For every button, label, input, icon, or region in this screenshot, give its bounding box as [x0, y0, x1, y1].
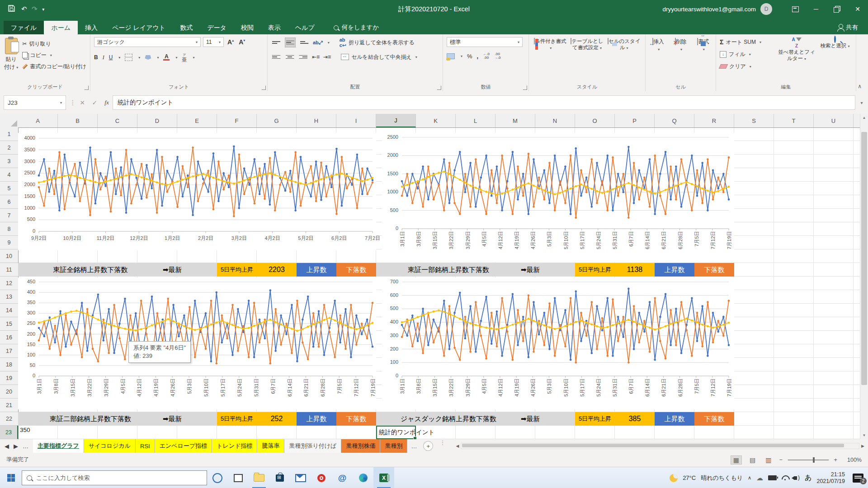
align-bottom-button[interactable]: [299, 38, 309, 47]
row-header-13[interactable]: 13: [0, 290, 18, 304]
bold-button[interactable]: B: [94, 54, 98, 61]
paste-button[interactable]: 貼り付け▾: [4, 37, 19, 82]
column-header-R[interactable]: R: [694, 114, 734, 127]
insert-function-icon[interactable]: fx: [104, 99, 109, 106]
onedrive-icon[interactable]: ☁: [756, 474, 763, 482]
font-name-select[interactable]: 游ゴシック▾: [94, 37, 201, 47]
cell-a23[interactable]: 350: [20, 427, 30, 433]
minimize-button[interactable]: ─: [806, 0, 826, 18]
column-header-E[interactable]: E: [177, 114, 217, 127]
font-dialog-launcher[interactable]: [262, 86, 266, 90]
column-header-F[interactable]: F: [217, 114, 257, 127]
grow-font-button[interactable]: A▴: [227, 38, 234, 46]
row-header-15[interactable]: 15: [0, 317, 18, 331]
currency-icon[interactable]: [447, 53, 455, 59]
row-header-19[interactable]: 19: [0, 371, 18, 385]
selected-cell-j23[interactable]: 統計的ワンポイント: [376, 426, 416, 439]
ime-indicator[interactable]: あ: [805, 474, 811, 482]
row-header-14[interactable]: 14: [0, 304, 18, 317]
sheet-tab-トレンド指標[interactable]: トレンド指標: [212, 439, 257, 453]
ribbon-display-options-button[interactable]: [785, 0, 806, 18]
column-header-Q[interactable]: Q: [655, 114, 694, 127]
sheet-tab-業種別株価[interactable]: 業種別株価: [341, 439, 380, 453]
chart-tosho-first[interactable]: 050010001500200025003月1日3月8日3月15日3月22日3月…: [382, 133, 734, 262]
number-dialog-launcher[interactable]: [523, 86, 527, 90]
align-center-button[interactable]: [285, 52, 295, 61]
weather-text[interactable]: 晴れのちくもり: [701, 474, 743, 482]
sheet-tab-主要指標グラフ[interactable]: 主要指標グラフ: [33, 439, 84, 453]
edge-button[interactable]: [353, 467, 373, 488]
sheet-tab-サイコロジカル[interactable]: サイコロジカル: [84, 439, 136, 453]
at-app-button[interactable]: @: [332, 467, 353, 488]
row-header-2[interactable]: 2: [0, 141, 18, 155]
row-header-22[interactable]: 22: [0, 412, 18, 426]
column-header-U[interactable]: U: [814, 114, 854, 127]
sheet-tab-業種別[interactable]: 業種別: [380, 439, 407, 453]
scroll-right-icon[interactable]: ▶: [859, 444, 866, 448]
store-button[interactable]: [269, 467, 290, 488]
cortana-button[interactable]: [207, 467, 228, 488]
scroll-down-icon[interactable]: ▼: [860, 432, 868, 439]
column-header-H[interactable]: H: [297, 114, 336, 127]
row-header-17[interactable]: 17: [0, 344, 18, 358]
row-header-12[interactable]: 12: [0, 277, 18, 290]
clear-button[interactable]: クリア▾: [720, 61, 773, 71]
weather-icon[interactable]: [670, 474, 678, 482]
ribbon-tab-数式[interactable]: 数式: [173, 21, 200, 34]
ribbon-tab-ヘルプ[interactable]: ヘルプ: [288, 21, 322, 34]
account-avatar[interactable]: D: [760, 3, 772, 15]
page-layout-view-icon[interactable]: ▤: [747, 456, 758, 464]
cancel-entry-icon[interactable]: ✕: [80, 99, 85, 106]
phonetic-guide-button[interactable]: ア亜: [182, 52, 187, 62]
chart-tosho-second[interactable]: 0501001502002503003504004503月1日3月8日3月15日…: [18, 277, 376, 409]
ribbon-tab-ホーム[interactable]: ホーム: [44, 21, 78, 34]
column-header-C[interactable]: C: [98, 114, 137, 127]
fill-color-icon[interactable]: [145, 55, 151, 60]
battery-icon[interactable]: [768, 475, 777, 480]
number-format-select[interactable]: 標準▾: [447, 37, 523, 47]
excel-taskbar-button[interactable]: X: [373, 467, 394, 488]
name-box[interactable]: J23▾: [4, 95, 66, 110]
column-header-O[interactable]: O: [575, 114, 615, 127]
restore-button[interactable]: [826, 0, 847, 18]
row-header-16[interactable]: 16: [0, 331, 18, 344]
orientation-button[interactable]: ab⤢: [313, 40, 323, 46]
column-header-D[interactable]: D: [137, 114, 177, 127]
align-middle-button[interactable]: [285, 38, 296, 47]
customize-quick-access-icon[interactable]: ▾: [42, 7, 44, 12]
scroll-up-icon[interactable]: ▲: [860, 114, 868, 122]
fill-handle[interactable]: [413, 436, 417, 439]
sheet-nav-left-icon[interactable]: ◀: [5, 443, 9, 450]
font-size-select[interactable]: 11▾: [203, 37, 224, 47]
select-all-corner[interactable]: [0, 114, 19, 128]
volume-icon[interactable]: [794, 476, 797, 480]
row-header-1[interactable]: 1: [0, 127, 18, 141]
save-icon[interactable]: [8, 5, 15, 13]
ribbon-tab-校閲[interactable]: 校閲: [234, 21, 261, 34]
zoom-slider[interactable]: [788, 460, 829, 460]
format-cells-button[interactable]: 書式▾: [694, 38, 712, 82]
zoom-slider-thumb[interactable]: [813, 457, 815, 463]
add-sheet-button[interactable]: +: [423, 441, 433, 451]
sheet-nav-right-icon[interactable]: ▶: [14, 443, 18, 450]
file-explorer-button[interactable]: [249, 467, 269, 488]
decrease-indent-button[interactable]: ⇤≡: [312, 54, 320, 60]
zoom-level[interactable]: 100%: [843, 457, 862, 463]
sheet-overflow-right[interactable]: …: [407, 439, 420, 453]
conditional-formatting-button[interactable]: 条件付き書式▾: [533, 38, 568, 82]
formula-input[interactable]: 統計的ワンポイント: [113, 95, 855, 110]
column-header-I[interactable]: I: [336, 114, 376, 127]
sheet-tab-業種別張り付けば[interactable]: 業種別張り付けば: [284, 439, 341, 453]
shrink-font-button[interactable]: A▾: [239, 38, 245, 46]
vertical-scrollbar[interactable]: ▲ ▼: [860, 114, 868, 439]
column-header-T[interactable]: T: [774, 114, 814, 127]
alignment-dialog-launcher[interactable]: [437, 86, 441, 90]
clipboard-dialog-launcher[interactable]: [85, 86, 89, 90]
decrease-decimal-button[interactable]: .00→.0: [494, 52, 501, 60]
undo-icon[interactable]: ↶▾: [21, 5, 25, 13]
scroll-left-icon[interactable]: ◀: [454, 444, 461, 448]
ribbon-tab-ファイル[interactable]: ファイル: [4, 21, 44, 34]
copy-button[interactable]: コピー▾: [22, 50, 86, 60]
delete-cells-button[interactable]: 削除▾: [672, 38, 690, 82]
zoom-in-icon[interactable]: +: [834, 457, 837, 463]
